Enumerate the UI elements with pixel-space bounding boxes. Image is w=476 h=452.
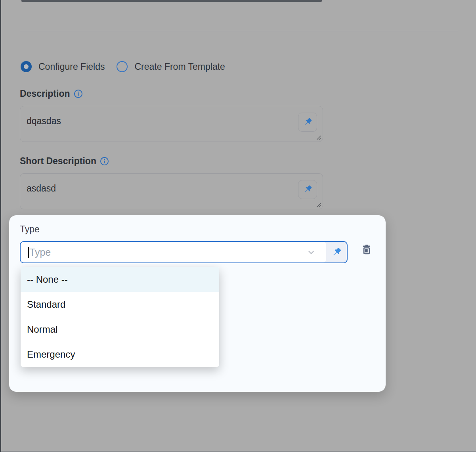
radio-option-create-from-template[interactable]: Create From Template xyxy=(111,61,225,72)
dropdown-option-normal[interactable]: Normal xyxy=(21,317,219,342)
short-description-label-row: Short Description xyxy=(20,156,109,167)
app-left-border xyxy=(0,0,1,452)
pushpin-icon xyxy=(302,117,313,128)
short-description-pin-button[interactable] xyxy=(298,180,317,199)
clipped-field-bottom-edge xyxy=(21,0,322,2)
delete-field-button[interactable] xyxy=(359,241,375,258)
type-input-wrap xyxy=(21,242,326,262)
radio-label: Configure Fields xyxy=(38,61,105,72)
type-dropdown-list: -- None -- Standard Normal Emergency xyxy=(21,267,219,367)
description-label-row: Description xyxy=(20,88,83,99)
short-description-label: Short Description xyxy=(20,156,96,167)
trash-icon xyxy=(361,241,372,257)
type-pin-button[interactable] xyxy=(326,242,347,262)
chevron-down-icon[interactable] xyxy=(306,249,316,257)
radio-label: Create From Template xyxy=(134,61,225,72)
short-description-textarea[interactable]: asdasd xyxy=(20,173,323,209)
description-label: Description xyxy=(20,88,70,99)
dropdown-option-standard[interactable]: Standard xyxy=(21,292,219,317)
info-icon[interactable] xyxy=(74,89,83,98)
dropdown-option-none[interactable]: -- None -- xyxy=(21,267,219,292)
radio-option-configure-fields[interactable]: Configure Fields xyxy=(21,61,105,72)
dimmed-form-overlay: Configure Fields Create From Template De… xyxy=(0,0,476,452)
pushpin-icon xyxy=(302,184,313,195)
section-divider xyxy=(20,31,458,31)
text-cursor xyxy=(28,247,29,258)
description-pin-button[interactable] xyxy=(298,113,317,132)
type-input[interactable] xyxy=(21,242,326,262)
pushpin-icon xyxy=(331,246,342,258)
description-textarea[interactable]: dqasdas xyxy=(20,106,323,142)
type-label: Type xyxy=(20,224,40,235)
radio-unselected-icon[interactable] xyxy=(117,61,128,72)
type-field-highlight-card: Type -- None -- Standard Normal Emergenc… xyxy=(9,215,386,392)
resize-grip-icon[interactable] xyxy=(315,202,322,208)
resize-grip-icon[interactable] xyxy=(315,134,322,141)
radio-selected-icon[interactable] xyxy=(21,61,32,72)
field-mode-radio-group: Configure Fields Create From Template xyxy=(21,61,225,72)
dropdown-option-emergency[interactable]: Emergency xyxy=(21,342,219,367)
info-icon[interactable] xyxy=(100,157,109,166)
type-combobox xyxy=(20,241,348,263)
